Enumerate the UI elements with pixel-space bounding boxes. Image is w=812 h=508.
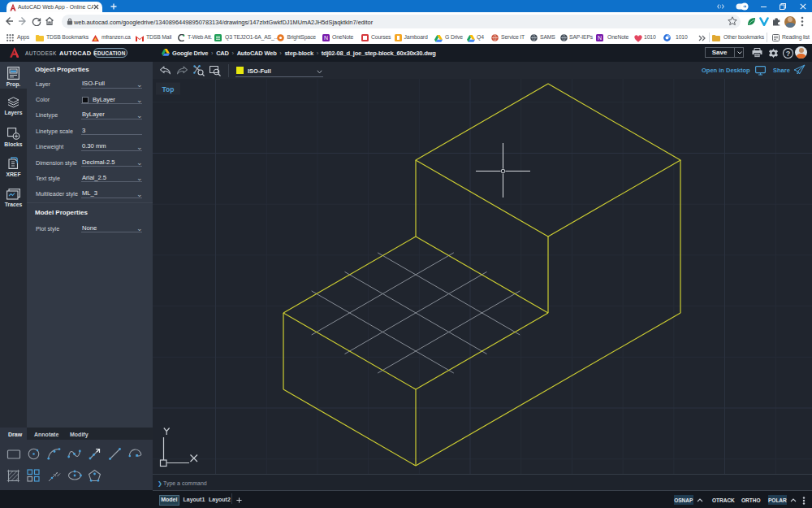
svg-text:N: N — [323, 35, 327, 41]
svg-text:Top: Top — [162, 85, 175, 93]
svg-text:N: N — [598, 35, 602, 41]
svg-text:?: ? — [785, 49, 790, 57]
